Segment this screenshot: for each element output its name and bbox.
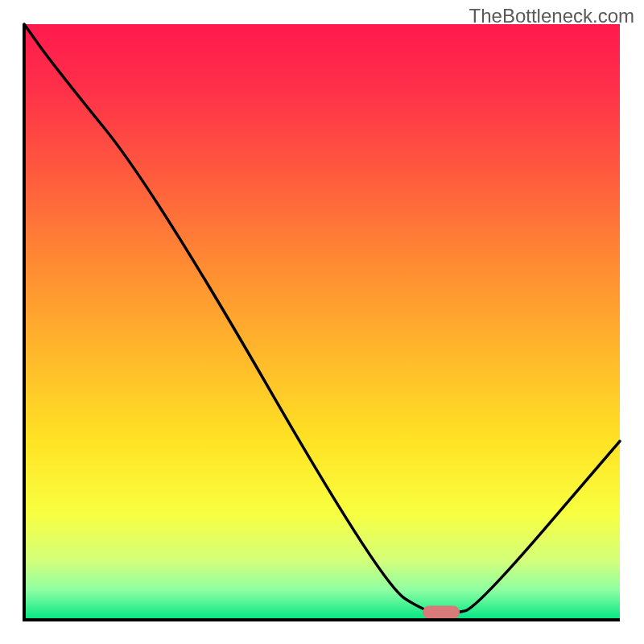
- plot-background: [24, 24, 620, 620]
- chart-svg: [0, 0, 644, 644]
- optimal-marker: [423, 606, 460, 619]
- watermark-text: TheBottleneck.com: [469, 5, 634, 27]
- bottleneck-chart: TheBottleneck.com: [0, 0, 644, 644]
